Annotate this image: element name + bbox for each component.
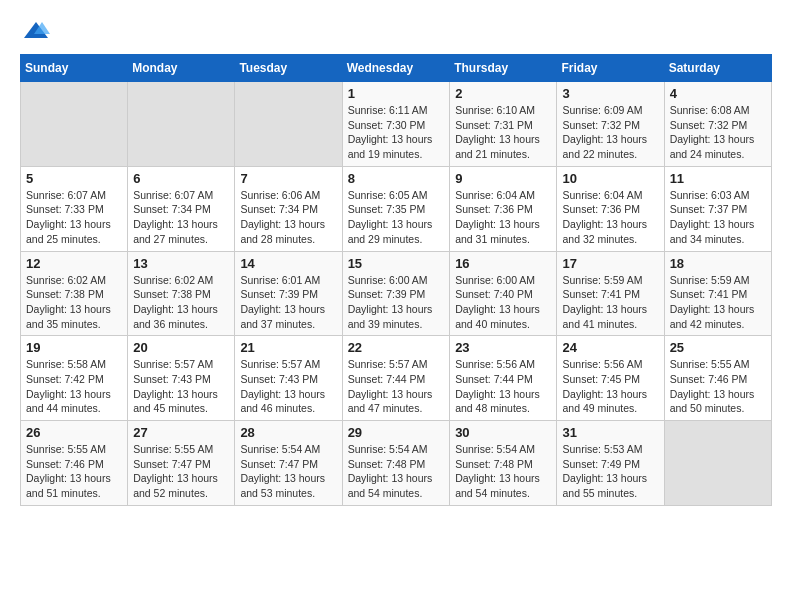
calendar-cell: 9Sunrise: 6:04 AM Sunset: 7:36 PM Daylig… [450,166,557,251]
day-info: Sunrise: 6:02 AM Sunset: 7:38 PM Dayligh… [26,273,122,332]
day-number: 9 [455,171,551,186]
calendar-cell: 12Sunrise: 6:02 AM Sunset: 7:38 PM Dayli… [21,251,128,336]
day-number: 23 [455,340,551,355]
calendar-week-5: 26Sunrise: 5:55 AM Sunset: 7:46 PM Dayli… [21,421,772,506]
day-number: 4 [670,86,766,101]
calendar-cell: 16Sunrise: 6:00 AM Sunset: 7:40 PM Dayli… [450,251,557,336]
day-info: Sunrise: 5:55 AM Sunset: 7:46 PM Dayligh… [670,357,766,416]
calendar-cell: 30Sunrise: 5:54 AM Sunset: 7:48 PM Dayli… [450,421,557,506]
day-number: 31 [562,425,658,440]
day-info: Sunrise: 5:55 AM Sunset: 7:47 PM Dayligh… [133,442,229,501]
day-number: 26 [26,425,122,440]
day-number: 16 [455,256,551,271]
day-info: Sunrise: 5:57 AM Sunset: 7:43 PM Dayligh… [133,357,229,416]
day-info: Sunrise: 5:59 AM Sunset: 7:41 PM Dayligh… [670,273,766,332]
calendar-cell: 10Sunrise: 6:04 AM Sunset: 7:36 PM Dayli… [557,166,664,251]
day-info: Sunrise: 5:53 AM Sunset: 7:49 PM Dayligh… [562,442,658,501]
day-info: Sunrise: 5:56 AM Sunset: 7:44 PM Dayligh… [455,357,551,416]
day-number: 21 [240,340,336,355]
calendar-cell: 13Sunrise: 6:02 AM Sunset: 7:38 PM Dayli… [128,251,235,336]
day-info: Sunrise: 6:08 AM Sunset: 7:32 PM Dayligh… [670,103,766,162]
page-header [20,20,772,38]
calendar-header-friday: Friday [557,55,664,82]
day-info: Sunrise: 6:07 AM Sunset: 7:33 PM Dayligh… [26,188,122,247]
calendar-header-monday: Monday [128,55,235,82]
calendar-cell: 14Sunrise: 6:01 AM Sunset: 7:39 PM Dayli… [235,251,342,336]
calendar-cell: 24Sunrise: 5:56 AM Sunset: 7:45 PM Dayli… [557,336,664,421]
day-number: 1 [348,86,445,101]
calendar-cell [21,82,128,167]
calendar-cell: 31Sunrise: 5:53 AM Sunset: 7:49 PM Dayli… [557,421,664,506]
calendar-cell: 19Sunrise: 5:58 AM Sunset: 7:42 PM Dayli… [21,336,128,421]
calendar-cell: 18Sunrise: 5:59 AM Sunset: 7:41 PM Dayli… [664,251,771,336]
day-info: Sunrise: 5:57 AM Sunset: 7:43 PM Dayligh… [240,357,336,416]
calendar-cell: 15Sunrise: 6:00 AM Sunset: 7:39 PM Dayli… [342,251,450,336]
day-number: 7 [240,171,336,186]
logo-icon [22,20,50,42]
calendar-cell: 25Sunrise: 5:55 AM Sunset: 7:46 PM Dayli… [664,336,771,421]
logo [20,20,50,38]
day-number: 2 [455,86,551,101]
day-number: 25 [670,340,766,355]
calendar-header-sunday: Sunday [21,55,128,82]
day-number: 12 [26,256,122,271]
day-info: Sunrise: 6:06 AM Sunset: 7:34 PM Dayligh… [240,188,336,247]
day-number: 22 [348,340,445,355]
calendar-cell: 23Sunrise: 5:56 AM Sunset: 7:44 PM Dayli… [450,336,557,421]
day-info: Sunrise: 5:54 AM Sunset: 7:47 PM Dayligh… [240,442,336,501]
day-number: 19 [26,340,122,355]
calendar-cell: 6Sunrise: 6:07 AM Sunset: 7:34 PM Daylig… [128,166,235,251]
calendar-cell: 11Sunrise: 6:03 AM Sunset: 7:37 PM Dayli… [664,166,771,251]
calendar-cell: 20Sunrise: 5:57 AM Sunset: 7:43 PM Dayli… [128,336,235,421]
calendar-cell: 5Sunrise: 6:07 AM Sunset: 7:33 PM Daylig… [21,166,128,251]
day-info: Sunrise: 5:57 AM Sunset: 7:44 PM Dayligh… [348,357,445,416]
calendar-cell: 8Sunrise: 6:05 AM Sunset: 7:35 PM Daylig… [342,166,450,251]
day-number: 18 [670,256,766,271]
calendar-week-1: 1Sunrise: 6:11 AM Sunset: 7:30 PM Daylig… [21,82,772,167]
day-info: Sunrise: 5:58 AM Sunset: 7:42 PM Dayligh… [26,357,122,416]
calendar-cell: 28Sunrise: 5:54 AM Sunset: 7:47 PM Dayli… [235,421,342,506]
calendar-cell [128,82,235,167]
day-info: Sunrise: 6:04 AM Sunset: 7:36 PM Dayligh… [455,188,551,247]
calendar-cell: 1Sunrise: 6:11 AM Sunset: 7:30 PM Daylig… [342,82,450,167]
day-number: 24 [562,340,658,355]
day-info: Sunrise: 5:54 AM Sunset: 7:48 PM Dayligh… [455,442,551,501]
day-info: Sunrise: 6:05 AM Sunset: 7:35 PM Dayligh… [348,188,445,247]
day-number: 15 [348,256,445,271]
day-info: Sunrise: 6:09 AM Sunset: 7:32 PM Dayligh… [562,103,658,162]
calendar-week-2: 5Sunrise: 6:07 AM Sunset: 7:33 PM Daylig… [21,166,772,251]
day-info: Sunrise: 6:01 AM Sunset: 7:39 PM Dayligh… [240,273,336,332]
calendar-cell: 29Sunrise: 5:54 AM Sunset: 7:48 PM Dayli… [342,421,450,506]
day-info: Sunrise: 6:00 AM Sunset: 7:40 PM Dayligh… [455,273,551,332]
calendar-cell: 3Sunrise: 6:09 AM Sunset: 7:32 PM Daylig… [557,82,664,167]
calendar-cell: 7Sunrise: 6:06 AM Sunset: 7:34 PM Daylig… [235,166,342,251]
day-info: Sunrise: 6:07 AM Sunset: 7:34 PM Dayligh… [133,188,229,247]
calendar-cell: 21Sunrise: 5:57 AM Sunset: 7:43 PM Dayli… [235,336,342,421]
day-info: Sunrise: 5:59 AM Sunset: 7:41 PM Dayligh… [562,273,658,332]
calendar-cell: 17Sunrise: 5:59 AM Sunset: 7:41 PM Dayli… [557,251,664,336]
calendar-week-4: 19Sunrise: 5:58 AM Sunset: 7:42 PM Dayli… [21,336,772,421]
day-number: 5 [26,171,122,186]
day-info: Sunrise: 6:11 AM Sunset: 7:30 PM Dayligh… [348,103,445,162]
day-number: 28 [240,425,336,440]
day-number: 13 [133,256,229,271]
calendar-week-3: 12Sunrise: 6:02 AM Sunset: 7:38 PM Dayli… [21,251,772,336]
day-info: Sunrise: 6:10 AM Sunset: 7:31 PM Dayligh… [455,103,551,162]
day-info: Sunrise: 5:54 AM Sunset: 7:48 PM Dayligh… [348,442,445,501]
calendar-cell: 22Sunrise: 5:57 AM Sunset: 7:44 PM Dayli… [342,336,450,421]
calendar-cell: 26Sunrise: 5:55 AM Sunset: 7:46 PM Dayli… [21,421,128,506]
day-number: 29 [348,425,445,440]
calendar-cell: 4Sunrise: 6:08 AM Sunset: 7:32 PM Daylig… [664,82,771,167]
day-number: 11 [670,171,766,186]
calendar-cell [235,82,342,167]
day-number: 6 [133,171,229,186]
day-number: 30 [455,425,551,440]
calendar-header-thursday: Thursday [450,55,557,82]
day-info: Sunrise: 6:03 AM Sunset: 7:37 PM Dayligh… [670,188,766,247]
calendar-header-wednesday: Wednesday [342,55,450,82]
calendar-body: 1Sunrise: 6:11 AM Sunset: 7:30 PM Daylig… [21,82,772,506]
calendar-header-saturday: Saturday [664,55,771,82]
day-number: 3 [562,86,658,101]
day-number: 27 [133,425,229,440]
day-info: Sunrise: 5:55 AM Sunset: 7:46 PM Dayligh… [26,442,122,501]
